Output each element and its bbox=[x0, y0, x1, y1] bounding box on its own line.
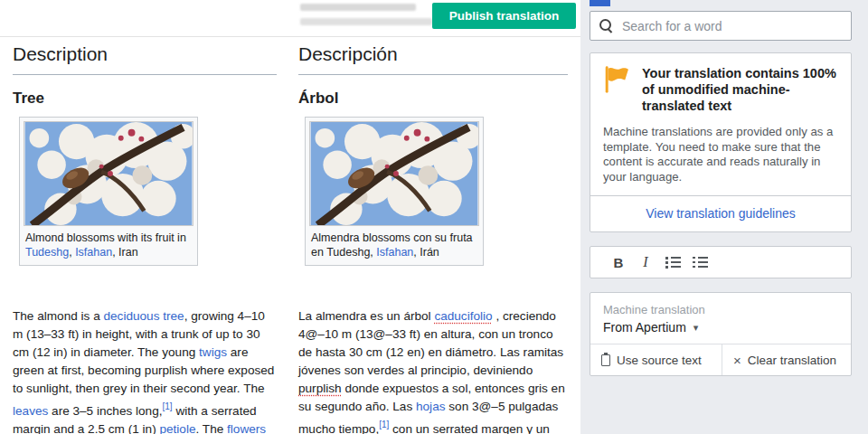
target-column[interactable]: Descripción Árbol bbox=[298, 37, 568, 434]
tools-sidebar: Your translation contains 100% of unmodi… bbox=[580, 0, 868, 434]
inline-link[interactable]: Tudeshg bbox=[25, 246, 69, 259]
reference-link[interactable]: [1] bbox=[163, 401, 173, 411]
mt-provider-value: From Apertium bbox=[603, 320, 686, 335]
machine-translation-card: Machine translation From Apertium ▾ Use … bbox=[590, 292, 852, 376]
close-icon: × bbox=[733, 354, 741, 367]
use-source-text-label: Use source text bbox=[617, 354, 702, 367]
inline-link[interactable]: Isfahan bbox=[376, 246, 413, 259]
bullet-list-icon bbox=[693, 257, 708, 268]
italic-button[interactable]: I bbox=[634, 251, 657, 273]
misspelled-word: purplish bbox=[298, 382, 342, 395]
search-icon bbox=[599, 19, 614, 33]
mt-provider-dropdown[interactable]: From Apertium ▾ bbox=[603, 320, 698, 335]
target-image-caption: Almendra blossoms con su fruta en Tudesh… bbox=[309, 226, 479, 261]
inline-link[interactable]: caducifolio bbox=[434, 309, 492, 323]
numbered-list-icon bbox=[665, 257, 681, 268]
target-image-thumbnail: Almendra blossoms con su fruta en Tudesh… bbox=[305, 117, 484, 266]
source-paragraph: The almond is a deciduous tree, growing … bbox=[13, 307, 277, 434]
paste-icon bbox=[601, 354, 610, 366]
blurred-text-line bbox=[300, 18, 432, 25]
clear-translation-label: Clear translation bbox=[748, 354, 836, 367]
bullet-list-button[interactable] bbox=[688, 251, 712, 273]
flag-icon bbox=[603, 65, 630, 94]
inline-link[interactable]: Isfahan bbox=[75, 246, 112, 259]
source-subheading: Tree bbox=[13, 90, 277, 108]
view-translation-guidelines-link[interactable]: View translation guidelines bbox=[646, 206, 796, 221]
almond-blossom-image bbox=[309, 121, 479, 226]
source-image-thumbnail: Almond blossoms with its fruit in Tudesh… bbox=[19, 117, 198, 266]
publish-translation-button[interactable]: Publish translation bbox=[432, 3, 576, 29]
editor-topbar: Publish translation bbox=[0, 0, 580, 37]
inline-link[interactable]: flowers bbox=[227, 422, 266, 434]
clear-translation-button[interactable]: × Clear translation bbox=[722, 344, 836, 375]
target-subheading: Árbol bbox=[298, 90, 568, 108]
inline-link[interactable]: leaves bbox=[13, 404, 48, 418]
blurred-text-line bbox=[300, 4, 416, 11]
mt-warning-card: Your translation contains 100% of unmodi… bbox=[590, 52, 852, 232]
inline-link[interactable]: twigs bbox=[199, 345, 227, 359]
source-column: Description Tree bbox=[13, 37, 277, 434]
chevron-down-icon: ▾ bbox=[693, 322, 699, 334]
inline-link[interactable]: petiole bbox=[159, 422, 195, 434]
dictionary-search-card bbox=[590, 11, 852, 41]
inline-link[interactable]: hojas bbox=[416, 400, 446, 413]
blue-tab-fragment bbox=[590, 0, 610, 6]
target-section-heading: Descripción bbox=[298, 43, 568, 75]
formatting-toolbar: B I bbox=[590, 246, 852, 278]
use-source-text-button[interactable]: Use source text bbox=[590, 344, 722, 375]
misspelled-word: serrated bbox=[433, 422, 478, 434]
warning-title: Your translation contains 100% of unmodi… bbox=[642, 65, 838, 114]
source-section-heading: Description bbox=[13, 43, 277, 75]
warning-body: Machine translations are provided only a… bbox=[590, 114, 851, 195]
source-image-caption: Almond blossoms with its fruit in Tudesh… bbox=[24, 226, 193, 261]
reference-link[interactable]: [1] bbox=[379, 420, 389, 429]
inline-link[interactable]: deciduous tree bbox=[104, 309, 184, 323]
search-input[interactable] bbox=[622, 19, 830, 33]
target-paragraph[interactable]: La almendra es un árbol caducifolio , cr… bbox=[298, 307, 568, 434]
almond-blossom-image bbox=[24, 121, 193, 226]
machine-translation-label: Machine translation bbox=[603, 303, 838, 316]
bold-button[interactable]: B bbox=[607, 251, 630, 273]
translation-editor: Publish translation Description Tree bbox=[0, 0, 580, 434]
numbered-list-button[interactable] bbox=[661, 251, 684, 273]
